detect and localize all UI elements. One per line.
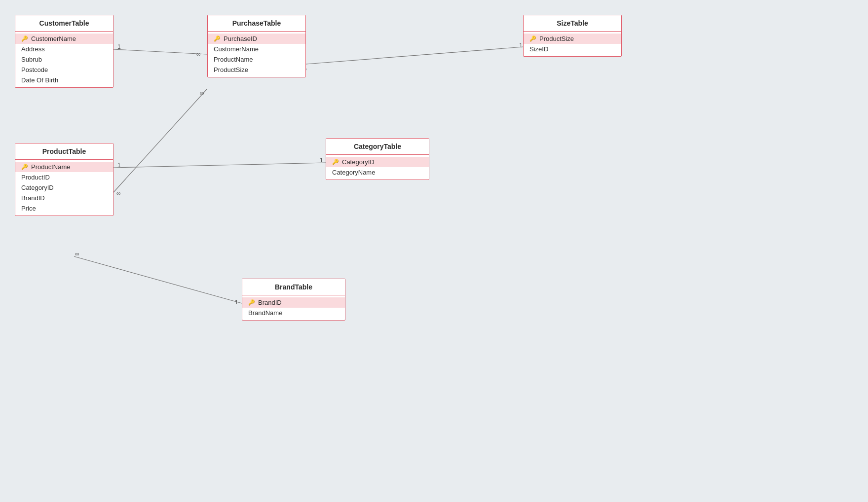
- product-table-body: 🔑 ProductName ProductID CategoryID Brand…: [15, 160, 113, 215]
- customer-table-header: CustomerTable: [15, 15, 113, 32]
- svg-line-1: [306, 47, 523, 64]
- size-table-body: 🔑 ProductSize SizeID: [524, 32, 621, 56]
- label-prod-cat-1: 1: [117, 162, 121, 169]
- connector-svg: [0, 0, 868, 502]
- purchase-table-header: PurchaseTable: [208, 15, 305, 32]
- pk-icon: 🔑: [332, 159, 339, 165]
- customer-field-address: Address: [15, 44, 113, 54]
- label-pt-st-1: 1: [519, 42, 523, 49]
- label-prod-pur-inf1: ∞: [116, 190, 121, 197]
- size-table: SizeTable 🔑 ProductSize SizeID: [523, 15, 622, 57]
- svg-line-0: [113, 49, 207, 54]
- size-table-header: SizeTable: [524, 15, 621, 32]
- purchase-field-productname: ProductName: [208, 54, 305, 65]
- product-field-brandid: BrandID: [15, 193, 113, 203]
- customer-field-postcode: Postcode: [15, 65, 113, 75]
- category-field-categoryid: 🔑 CategoryID: [326, 157, 429, 167]
- category-table-body: 🔑 CategoryID CategoryName: [326, 155, 429, 179]
- brand-field-brandid: 🔑 BrandID: [242, 297, 345, 308]
- svg-line-4: [113, 89, 207, 192]
- purchase-table-body: 🔑 PurchaseID CustomerName ProductName Pr…: [208, 32, 305, 77]
- purchase-field-productsize: ProductSize: [208, 65, 305, 75]
- label-prod-pur-inf2: ∞: [200, 90, 204, 97]
- size-field-sizeid: SizeID: [524, 44, 621, 54]
- diagram-canvas: 1 ∞ ∞ 1 1 1 ∞ 1 ∞ ∞ CustomerTable 🔑 Cust…: [0, 0, 868, 502]
- svg-line-2: [113, 163, 326, 168]
- purchase-table: PurchaseTable 🔑 PurchaseID CustomerName …: [207, 15, 306, 77]
- customer-field-customername: 🔑 CustomerName: [15, 34, 113, 44]
- customer-field-suburb: Subrub: [15, 54, 113, 65]
- brand-field-brandname: BrandName: [242, 308, 345, 318]
- label-ct-pt-inf: ∞: [196, 51, 201, 58]
- svg-line-3: [74, 256, 242, 303]
- pk-icon: 🔑: [248, 299, 255, 306]
- label-prod-cat-1b: 1: [320, 157, 323, 164]
- product-field-categoryid: CategoryID: [15, 182, 113, 193]
- label-prod-brand-inf: ∞: [75, 251, 79, 257]
- label-prod-brand-1: 1: [235, 299, 238, 306]
- product-field-productname: 🔑 ProductName: [15, 162, 113, 172]
- category-table-header: CategoryTable: [326, 139, 429, 155]
- purchase-field-customername: CustomerName: [208, 44, 305, 54]
- purchase-field-purchaseid: 🔑 PurchaseID: [208, 34, 305, 44]
- category-table: CategoryTable 🔑 CategoryID CategoryName: [326, 138, 429, 180]
- category-field-categoryname: CategoryName: [326, 167, 429, 178]
- product-table-header: ProductTable: [15, 143, 113, 160]
- pk-icon: 🔑: [21, 36, 28, 42]
- pk-icon: 🔑: [21, 164, 28, 170]
- brand-table-body: 🔑 BrandID BrandName: [242, 295, 345, 320]
- pk-icon: 🔑: [214, 36, 221, 42]
- pk-icon: 🔑: [529, 36, 536, 42]
- label-ct-pt-1: 1: [117, 43, 121, 50]
- product-table: ProductTable 🔑 ProductName ProductID Cat…: [15, 143, 113, 216]
- brand-table: BrandTable 🔑 BrandID BrandName: [242, 279, 345, 321]
- customer-table-body: 🔑 CustomerName Address Subrub Postcode D…: [15, 32, 113, 87]
- product-field-productid: ProductID: [15, 172, 113, 182]
- size-field-productsize: 🔑 ProductSize: [524, 34, 621, 44]
- customer-table: CustomerTable 🔑 CustomerName Address Sub…: [15, 15, 113, 88]
- product-field-price: Price: [15, 203, 113, 214]
- brand-table-header: BrandTable: [242, 279, 345, 295]
- customer-field-dob: Date Of Birth: [15, 75, 113, 85]
